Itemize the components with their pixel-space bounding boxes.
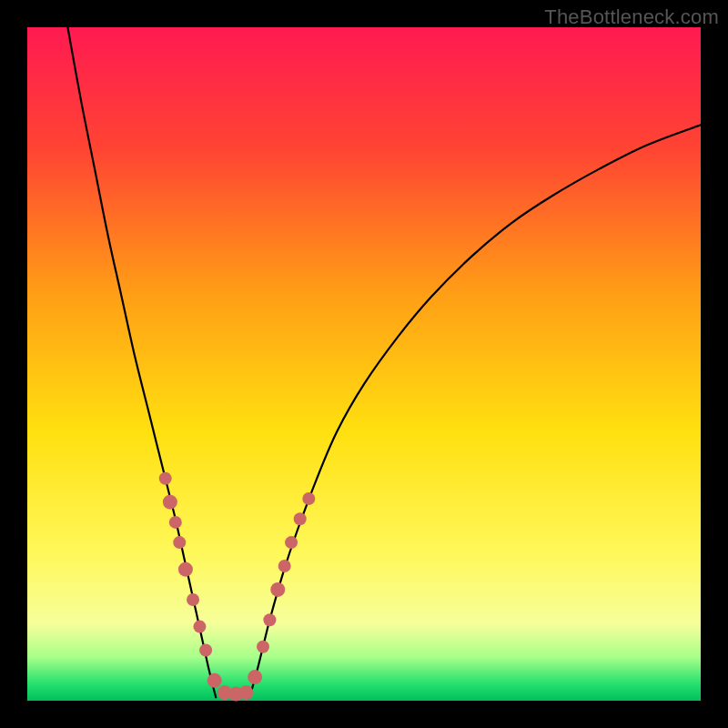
data-marker	[187, 593, 199, 606]
data-marker	[163, 495, 177, 510]
data-marker	[270, 582, 285, 597]
watermark-text: TheBottleneck.com	[544, 5, 719, 29]
data-marker	[248, 670, 262, 684]
data-marker	[263, 613, 276, 626]
data-marker	[285, 536, 298, 549]
data-marker	[278, 560, 291, 572]
data-marker	[239, 685, 254, 700]
data-marker	[257, 641, 269, 653]
curve-layer	[27, 27, 701, 701]
data-marker	[178, 562, 193, 577]
data-marker	[193, 621, 206, 633]
data-marker	[169, 516, 182, 529]
data-marker	[302, 492, 315, 505]
data-marker	[173, 536, 186, 549]
chart-frame: TheBottleneck.com	[0, 0, 728, 728]
plot-area	[27, 27, 701, 701]
data-marker	[207, 673, 222, 688]
data-marker	[159, 472, 172, 485]
curve-right-branch	[249, 125, 701, 697]
data-marker	[199, 644, 212, 657]
data-marker	[294, 512, 307, 525]
